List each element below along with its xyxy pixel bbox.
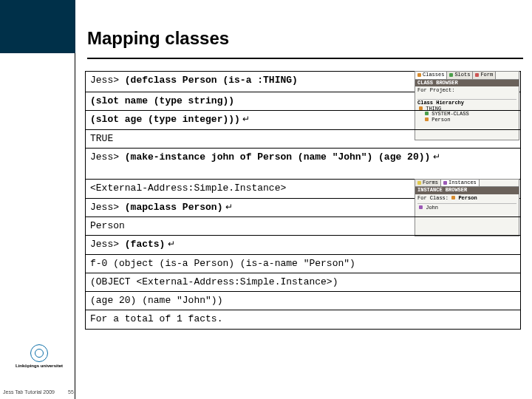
tab-forms: Forms [415,180,441,187]
tab-forms: Form [473,72,496,79]
tab-icon [417,73,421,77]
code-line-4: TRUE [86,130,520,149]
code-text: (make-instance john of Person (name "Joh… [125,151,430,163]
tab-icon [443,181,447,185]
code-text: (mapclass Person) [125,202,223,213]
return-symbol: ↵ [240,114,250,124]
browser-title: CLASS BROWSER [415,80,519,87]
code-line-8: Person [86,217,520,236]
return-symbol: ↵ [165,239,174,249]
tab-instances: Instances [441,180,480,187]
code-text: (facts) [125,239,166,250]
code-line-6: <External-Address:Simple.Instance> Forms… [86,180,520,199]
code-line-3: (slot age (type integer))) ↵ [86,111,520,129]
tab-icon [475,73,479,77]
tab-icon [417,181,421,185]
prompt: Jess> [90,75,125,86]
return-symbol: ↵ [430,151,440,162]
footer-text: Jess Tab Tutorial 2009 [3,389,55,395]
code-line-2: (slot name (type string)) [86,92,520,111]
browser-title: INSTANCE BROWSER [415,187,519,194]
return-symbol: ↵ [222,202,232,212]
code-line-11: (OBJECT <External-Address:Simple.Instanc… [86,273,520,292]
title-underline [87,58,523,59]
page-number: 55 [68,389,74,395]
code-line-13: For a total of 1 facts. [86,310,520,328]
code-line-9: Jess> (facts) ↵ [86,236,520,254]
code-line-10: f-0 (object (is-a Person) (is-a-name "Pe… [86,255,520,273]
page-title: Mapping classes [87,28,229,49]
tab-classes: Classes [415,72,447,79]
code-text: (defclass Person (is-a :THING) [125,75,298,86]
prompt: Jess> [90,239,125,250]
tab-slots: Slots [447,72,473,79]
university-logo: Linköpings universitet [13,344,65,368]
left-accent-square [0,0,75,53]
code-line-12: (age 20) (name "John")) [86,292,520,310]
code-line-7: Jess> (mapclass Person) ↵ [86,199,520,217]
code-line-5: Jess> (make-instance john of Person (nam… [86,149,520,180]
code-line-1: Jess> (defclass Person (is-a :THING) Cla… [86,72,520,92]
university-name: Linköpings universitet [13,364,65,368]
prompt: Jess> [90,202,125,213]
prompt: Jess> [90,151,125,163]
tab-icon [449,73,453,77]
code-box: Jess> (defclass Person (is-a :THING) Cla… [85,71,521,330]
